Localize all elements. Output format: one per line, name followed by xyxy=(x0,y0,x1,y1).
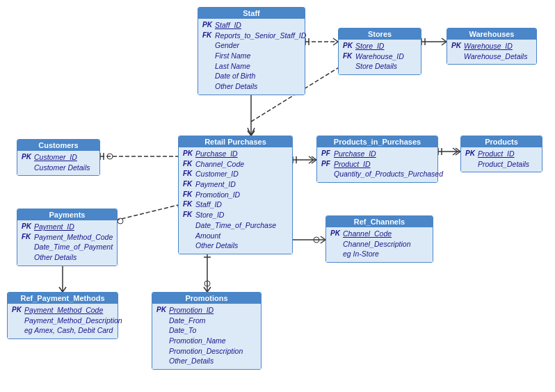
entity-rpm-header: Ref_Payment_Methods xyxy=(8,293,118,304)
entity-stores-header: Stores xyxy=(339,28,421,40)
stores-row-2: Store Details xyxy=(343,61,417,72)
rp-row-1: FK Channel_Code xyxy=(183,159,288,170)
prod-row-0: PK Product_ID xyxy=(465,149,538,159)
entity-products: Products PK Product_ID Product_Details xyxy=(460,136,542,172)
entity-products-title: Products xyxy=(485,138,518,146)
svg-line-4 xyxy=(251,128,255,136)
stores-field-2: Store Details xyxy=(355,61,397,72)
svg-line-45 xyxy=(453,152,458,155)
rp-key-6: FK xyxy=(183,210,195,220)
pay-field-1: Payment_Method_Code xyxy=(34,232,113,243)
rp-field-0: Purchase_ID xyxy=(195,149,238,159)
svg-line-14 xyxy=(442,42,447,45)
rc-field-0: Channel_Code xyxy=(343,229,392,239)
svg-point-51 xyxy=(314,237,319,243)
entity-staff-title: Staff xyxy=(243,9,259,17)
entity-staff: Staff PK Staff_ID FK Reports_to_Senior_S… xyxy=(198,7,305,95)
customers-field-0: Customer_ID xyxy=(34,152,77,163)
entity-products-in-purchases: Products_in_Purchases PF Purchase_ID PF … xyxy=(316,136,438,183)
promo-row-4: Promotion_Description xyxy=(156,346,257,357)
staff-field-6: Other Details xyxy=(215,81,257,92)
staff-row-6: Other Details xyxy=(202,81,300,92)
entity-stores: Stores PK Store_ID FK Warehouse_ID Store… xyxy=(338,28,421,75)
staff-field-5: Date of Birth xyxy=(215,71,255,81)
rp-field-2: Customer_ID xyxy=(195,169,239,179)
svg-line-55 xyxy=(204,287,207,292)
svg-line-3 xyxy=(248,128,251,136)
staff-field-0: Staff_ID xyxy=(215,20,241,31)
pay-field-2: Date_Time_of_Payment xyxy=(34,242,113,252)
rpm-row-2: eg Amex, Cash, Debit Card xyxy=(12,325,113,336)
rp-key-2: FK xyxy=(183,169,195,179)
stores-key-0: PK xyxy=(343,41,355,51)
rp-field-5: Staff_ID xyxy=(195,199,222,210)
rc-row-1: Channel_Description xyxy=(330,239,428,250)
entity-rc-body: PK Channel_Code Channel_Description eg I… xyxy=(326,227,433,262)
promo-row-3: Promotion_Name xyxy=(156,336,257,346)
svg-point-22 xyxy=(107,154,113,159)
entity-customers-header: Customers xyxy=(17,140,99,151)
svg-line-36 xyxy=(312,160,316,163)
stores-field-1: Warehouse_ID xyxy=(355,51,404,62)
promo-field-0: Promotion_ID xyxy=(169,305,214,316)
rp-row-0: PK Purchase_ID xyxy=(183,149,288,159)
svg-line-43 xyxy=(456,152,460,155)
svg-line-2 xyxy=(251,131,255,136)
svg-line-37 xyxy=(309,156,314,160)
rp-key-1: FK xyxy=(183,159,195,169)
entity-stores-body: PK Store_ID FK Warehouse_ID Store Detail… xyxy=(339,40,421,74)
prod-row-1: Product_Details xyxy=(465,159,538,170)
entity-warehouses-header: Warehouses xyxy=(447,28,536,40)
entity-promotions-body: PK Promotion_ID Date_From Date_To Promot… xyxy=(152,304,261,369)
rp-key-3: FK xyxy=(183,179,195,189)
entity-ref-payment-methods: Ref_Payment_Methods PK Payment_Method_Co… xyxy=(7,292,118,339)
rp-key-4: FK xyxy=(183,190,195,199)
promo-field-1: Date_From xyxy=(169,316,206,326)
svg-line-13 xyxy=(442,38,447,42)
rp-field-7: Date_Time_of_Purchase xyxy=(195,220,276,231)
staff-row-4: Last Name xyxy=(202,61,300,72)
promo-row-0: PK Promotion_ID xyxy=(156,305,257,316)
staff-row-0: PK Staff_ID xyxy=(202,20,300,31)
entity-retail-purchases-header: Retail Purchases xyxy=(179,136,292,147)
rp-row-2: FK Customer_ID xyxy=(183,169,288,179)
rp-row-7: Date_Time_of_Purchase xyxy=(183,220,288,231)
entity-retail-purchases-body: PK Purchase_ID FK Channel_Code FK Custom… xyxy=(179,147,292,254)
rp-row-4: FK Promotion_ID xyxy=(183,190,288,200)
svg-line-44 xyxy=(453,148,458,152)
entity-warehouses: Warehouses PK Warehouse_ID Warehouse_Det… xyxy=(447,28,537,65)
entity-products-body: PK Product_ID Product_Details xyxy=(461,147,542,172)
svg-line-49 xyxy=(321,236,325,240)
diagram-container: Staff PK Staff_ID FK Reports_to_Senior_S… xyxy=(0,0,555,392)
rc-field-1: Channel_Description xyxy=(343,239,410,250)
prod-field-0: Product_ID xyxy=(478,149,515,159)
svg-line-23 xyxy=(115,205,178,220)
rc-row-2: eg In-Store xyxy=(330,249,428,259)
entity-customers-body: PK Customer_ID Customer Details xyxy=(17,151,99,175)
pip-key-0: PF xyxy=(321,149,334,158)
svg-line-31 xyxy=(63,287,66,292)
warehouses-field-1: Warehouse_Details xyxy=(464,51,527,62)
svg-line-42 xyxy=(456,148,460,152)
pip-row-0: PF Purchase_ID xyxy=(321,149,433,159)
stores-key-1: FK xyxy=(343,51,355,61)
promo-field-5: Other_Details xyxy=(169,356,214,366)
svg-line-1 xyxy=(248,131,251,136)
promo-field-2: Date_To xyxy=(169,325,196,336)
staff-row-2: Gender xyxy=(202,40,300,51)
staff-field-1: Reports_to_Senior_Staff_ID xyxy=(215,31,306,41)
entity-payments-header: Payments xyxy=(17,209,117,220)
svg-line-38 xyxy=(309,160,314,163)
promo-key-0: PK xyxy=(156,305,169,315)
svg-line-50 xyxy=(321,240,325,243)
pay-row-3: Other Details xyxy=(22,252,113,263)
rp-row-5: FK Staff_ID xyxy=(183,199,288,210)
rpm-field-2: eg Amex, Cash, Debit Card xyxy=(24,325,113,336)
staff-field-3: First Name xyxy=(215,51,250,61)
pay-row-2: Date_Time_of_Payment xyxy=(22,242,113,252)
svg-line-9 xyxy=(333,42,338,45)
promo-field-3: Promotion_Name xyxy=(169,336,226,346)
warehouses-field-0: Warehouse_ID xyxy=(464,41,513,51)
rc-key-0: PK xyxy=(330,229,343,238)
pip-field-0: Purchase_ID xyxy=(334,149,376,159)
